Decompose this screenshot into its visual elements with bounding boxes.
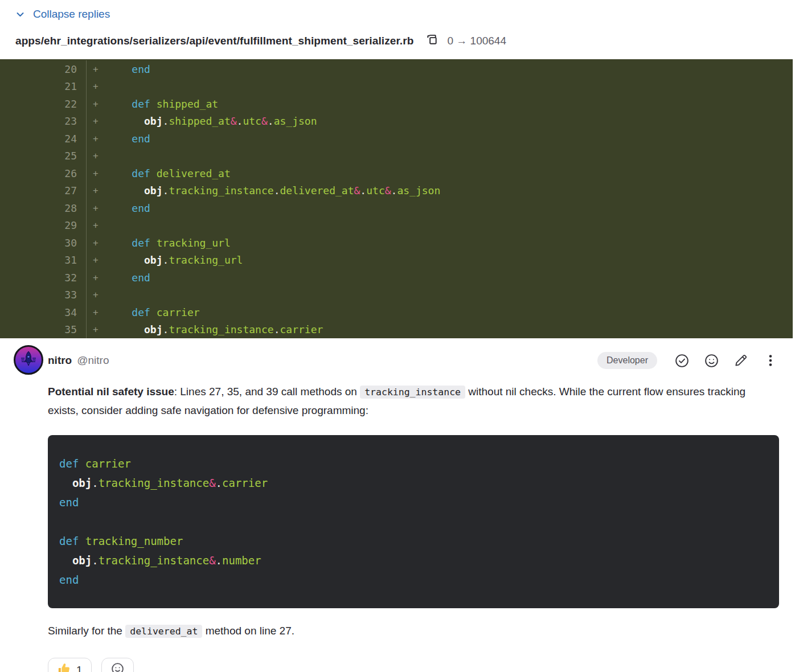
diff-sign: + <box>87 64 107 75</box>
diff-line: 33+ <box>0 286 793 304</box>
code-block-line: obj.tracking_instance&.number <box>59 551 765 570</box>
file-path[interactable]: apps/ehr_integrations/serializers/api/ev… <box>15 35 413 47</box>
thumbs-up-count: 1 <box>76 664 83 672</box>
role-badge: Developer <box>597 352 657 369</box>
diff-line: 25+ <box>0 147 793 165</box>
code-line: def shipped_at <box>107 98 218 110</box>
smiley-icon <box>110 662 125 672</box>
line-number[interactable]: 33 <box>57 289 86 301</box>
code-line: end <box>107 272 150 284</box>
diff-line: 23+ obj.shipped_at&.utc&.as_json <box>0 113 793 130</box>
diff-sign: + <box>87 168 107 179</box>
diff-line: 24+ end <box>0 130 793 147</box>
diff-line: 35+ obj.tracking_instance.carrier <box>0 321 793 339</box>
line-number[interactable]: 22 <box>57 98 86 110</box>
author-handle[interactable]: @nitro <box>77 354 109 367</box>
copy-path-button[interactable] <box>425 33 439 49</box>
file-header: apps/ehr_integrations/serializers/api/ev… <box>0 22 795 59</box>
line-number[interactable]: 34 <box>57 306 86 318</box>
diff-line: 28+ end <box>0 199 793 217</box>
diff-line: 21+ <box>0 78 793 96</box>
comment-header: nitro @nitro Developer <box>48 345 779 376</box>
diff-line: 31+ obj.tracking_url <box>0 252 793 269</box>
line-number[interactable]: 31 <box>57 254 86 266</box>
diff-sign: + <box>87 203 107 214</box>
more-actions-button[interactable] <box>762 352 779 369</box>
code-line: def tracking_url <box>107 237 231 249</box>
add-reaction-button[interactable] <box>703 352 720 369</box>
diff-sign: + <box>87 99 107 109</box>
code-line: obj.tracking_instance.carrier <box>107 323 323 335</box>
diff-line: 22+ def shipped_at <box>0 95 793 113</box>
code-line: end <box>107 63 150 75</box>
diff-line: 26+ def delivered_at <box>0 165 793 182</box>
diff-sign: + <box>87 81 107 92</box>
code-line: obj.tracking_url <box>107 254 243 266</box>
line-number[interactable]: 30 <box>57 237 86 249</box>
code-block-line: end <box>59 493 765 512</box>
code-line: def carrier <box>107 306 200 318</box>
comment: nitro @nitro Developer Potential nil saf… <box>0 338 795 672</box>
add-reaction-pill[interactable] <box>101 658 134 672</box>
code-line: obj.tracking_instance.delivered_at&.utc&… <box>107 185 440 196</box>
line-number[interactable]: 35 <box>57 323 86 335</box>
edit-comment-button[interactable] <box>732 352 749 369</box>
line-number[interactable]: 20 <box>57 63 86 75</box>
diff-sign: + <box>87 133 107 144</box>
line-number[interactable]: 28 <box>57 202 86 214</box>
code-block-line <box>59 512 765 531</box>
line-number[interactable]: 32 <box>57 272 86 284</box>
line-number[interactable]: 26 <box>57 167 86 179</box>
diff-line: 34+ def carrier <box>0 304 793 321</box>
rocket-icon <box>19 349 38 371</box>
diff-sign: + <box>87 220 107 231</box>
comment-footer: Similarly for the delivered_at method on… <box>48 625 779 637</box>
line-number[interactable]: 29 <box>57 219 86 231</box>
author-name[interactable]: nitro <box>48 354 72 367</box>
code-line: def delivered_at <box>107 167 231 179</box>
suggested-code-block: def carrier obj.tracking_instance&.carri… <box>48 435 779 608</box>
line-number[interactable]: 25 <box>57 150 86 162</box>
diff-sign: + <box>87 307 107 318</box>
code-line: end <box>107 133 150 145</box>
code-block-line: def carrier <box>59 454 765 473</box>
line-number[interactable]: 23 <box>57 115 86 127</box>
diff-line: 29+ <box>0 217 793 235</box>
diff-sign: + <box>87 255 107 265</box>
diff-sign: + <box>87 185 107 196</box>
diff-line: 30+ def tracking_url <box>0 234 793 252</box>
thumbs-up-reaction[interactable]: 1 <box>48 658 92 672</box>
thumbs-up-icon <box>57 662 71 672</box>
line-number[interactable]: 21 <box>57 80 86 92</box>
diff-sign: + <box>87 150 107 161</box>
diff-sign: + <box>87 116 107 126</box>
diff-sign: + <box>87 289 107 300</box>
chevron-down-icon <box>16 10 24 19</box>
code-line: end <box>107 202 150 214</box>
avatar[interactable] <box>14 345 43 375</box>
copy-icon <box>425 33 439 49</box>
collapse-replies-toggle[interactable]: Collapse replies <box>16 8 110 21</box>
code-block-line: obj.tracking_instance&.carrier <box>59 473 765 493</box>
code-line: obj.shipped_at&.utc&.as_json <box>107 115 317 127</box>
inline-code: delivered_at <box>125 625 202 638</box>
resolve-thread-button[interactable] <box>673 352 690 369</box>
diff-sign: + <box>87 272 107 283</box>
diff-sign: + <box>87 324 107 335</box>
code-block-line: end <box>59 570 765 589</box>
diff-line: 32+ end <box>0 269 793 286</box>
line-number[interactable]: 24 <box>57 133 86 145</box>
diff-sign: + <box>87 237 107 248</box>
reactions-bar: 1 <box>48 658 779 672</box>
diff-line: 27+ obj.tracking_instance.delivered_at&.… <box>0 182 793 200</box>
file-mode-change: 0 → 100644 <box>447 35 506 47</box>
replies-toggle-row: Collapse replies <box>0 0 795 22</box>
inline-code: tracking_instance <box>360 386 465 399</box>
line-number[interactable]: 27 <box>57 185 86 196</box>
diff-line: 20+ end <box>0 60 793 78</box>
code-block-line: def tracking_number <box>59 531 765 551</box>
collapse-replies-label: Collapse replies <box>33 8 110 21</box>
diff-panel: 20+ end21+22+ def shipped_at23+ obj.ship… <box>0 59 793 338</box>
comment-body: Potential nil safety issue: Lines 27, 35… <box>48 383 774 420</box>
